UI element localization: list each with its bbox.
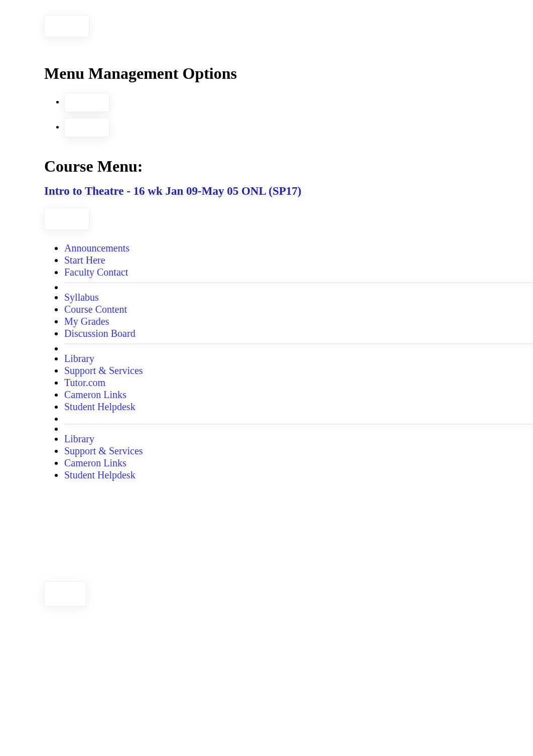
nav-my-grades[interactable]: My Grades [64, 316, 109, 327]
nav-item: Faculty Contact [64, 266, 489, 278]
course-menu-heading: Course Menu: [44, 157, 489, 176]
nav-syllabus[interactable]: Syllabus [64, 292, 99, 303]
nav-cameron-links[interactable]: Cameron Links [64, 389, 126, 400]
nav-course-content[interactable]: Course Content [64, 304, 127, 315]
course-title-link[interactable]: Intro to Theatre - 16 wk Jan 09-May 05 O… [44, 185, 301, 197]
top-ghost-button[interactable] [44, 15, 89, 37]
nav-student-helpdesk[interactable]: Student Helpdesk [64, 401, 136, 412]
nav-discussion-board[interactable]: Discussion Board [64, 328, 136, 339]
nav-item: Support & Services [64, 445, 489, 457]
menu-mgmt-item-1 [64, 93, 489, 112]
nav-item: Announcements [64, 242, 489, 254]
course-ghost-button[interactable] [44, 208, 89, 230]
divider-line [64, 282, 533, 283]
nav-tutor-com[interactable]: Tutor.com [64, 377, 105, 388]
nav-library[interactable]: Library [64, 353, 94, 364]
nav-cameron-links-2[interactable]: Cameron Links [64, 457, 126, 468]
nav-item: Discussion Board [64, 327, 489, 339]
bottom-ghost-button[interactable] [44, 581, 86, 606]
nav-item: Student Helpdesk [64, 469, 489, 481]
divider-line [64, 343, 533, 344]
nav-divider [64, 281, 489, 285]
nav-item: Cameron Links [64, 457, 489, 469]
menu-mgmt-button-1[interactable] [64, 93, 109, 112]
divider-line [64, 424, 533, 425]
nav-item: Cameron Links [64, 389, 489, 401]
nav-item: Support & Services [64, 364, 489, 376]
nav-support-services[interactable]: Support & Services [64, 365, 143, 376]
nav-faculty-contact[interactable]: Faculty Contact [64, 267, 128, 278]
nav-item: My Grades [64, 315, 489, 327]
nav-support-services-2[interactable]: Support & Services [64, 445, 143, 456]
nav-item: Library [64, 352, 489, 364]
nav-item: Tutor.com [64, 376, 489, 389]
menu-mgmt-button-2[interactable] [64, 118, 109, 137]
nav-divider [64, 342, 489, 346]
nav-item: Library [64, 433, 489, 445]
nav-library-2[interactable]: Library [64, 433, 94, 444]
nav-divider [64, 423, 489, 427]
nav-item: Course Content [64, 303, 489, 315]
course-title: Intro to Theatre - 16 wk Jan 09-May 05 O… [44, 185, 489, 198]
menu-mgmt-item-2 [64, 118, 489, 137]
menu-management-heading: Menu Management Options [44, 64, 489, 83]
nav-item: Student Helpdesk [64, 401, 489, 413]
course-nav-list: Announcements Start Here Faculty Contact… [44, 242, 489, 481]
menu-management-list [44, 93, 489, 137]
nav-announcements[interactable]: Announcements [64, 242, 129, 254]
nav-student-helpdesk-2[interactable]: Student Helpdesk [64, 469, 136, 480]
nav-item: Start Here [64, 254, 489, 266]
nav-start-here[interactable]: Start Here [64, 255, 105, 266]
nav-blank [64, 413, 489, 420]
nav-item: Syllabus [64, 291, 489, 303]
